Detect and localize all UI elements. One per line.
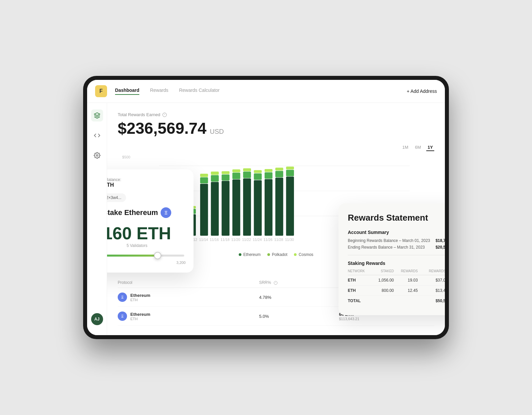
svg-rect-30 [232,173,240,179]
svg-text:11/24: 11/24 [253,238,262,242]
svg-text:11/18: 11/18 [220,238,229,242]
beginning-balance-amount: $18,721.17 [436,238,445,243]
svg-rect-44 [286,177,294,236]
validators-label: 5 Validators [107,243,186,248]
ending-balance-amount: $20,562.65 [436,245,445,250]
sidebar-icon-code[interactable] [91,129,103,141]
staking-row-2: ETH 800.00 12.45 $13,482.30 [348,286,445,296]
svg-rect-37 [254,170,262,173]
svg-text:11/30: 11/30 [285,238,294,242]
protocol-name-2: Ethereum [130,312,150,317]
statement-divider [348,255,445,255]
user-avatar[interactable]: AJ [91,313,103,325]
tab-rewards[interactable]: Rewards [150,88,168,95]
svg-text:11/26: 11/26 [264,238,273,242]
srr-value: 4.78% [259,288,339,307]
protocol-sub: ETH [130,298,150,302]
statement-row-beginning: Beginning Rewards Balance – March 01, 20… [348,238,445,243]
sidebar-icon-settings[interactable] [91,149,103,161]
svg-text:11/20: 11/20 [231,238,240,242]
eth-icon-2: Ξ [118,311,127,321]
sidebar-icon-layers[interactable] [91,109,103,121]
svg-text:11/16: 11/16 [210,238,219,242]
staking-rewards-usd-1: $37,080.35 [418,275,445,286]
staking-col-network: NETWORK [348,269,372,275]
time-filters: 1M 6M 1Y [118,144,434,151]
col-header-protocol: Protocol [118,278,259,288]
svg-text:11/28: 11/28 [274,238,283,242]
svg-rect-28 [222,171,230,174]
slider-fill [107,255,158,257]
staking-total-label: TOTAL [348,296,372,306]
svg-rect-41 [275,178,283,236]
srr-value-2: 5.0% [259,307,339,326]
slider-labels: 32 3,200 [107,261,186,265]
svg-rect-32 [243,178,251,236]
staking-staked-2: 800.00 [372,286,394,296]
staking-table: NETWORK STAKED REWARDS REWARDS $USD ETH … [348,269,445,306]
staking-rewards-usd-2: $13,482.30 [418,286,445,296]
svg-rect-20 [200,184,208,236]
svg-rect-21 [200,177,208,183]
staking-total-usd: $50,562.65 [418,296,445,306]
wallet-address-chip[interactable]: 0z1y2×3w4... [107,193,126,202]
device-frame: F Dashboard Rewards Rewards Calculator +… [83,76,449,339]
svg-rect-42 [275,171,283,177]
svg-rect-24 [211,175,219,181]
legend-cosmos: Cosmos [294,252,313,257]
col-header-srr: SRR% [259,278,339,288]
time-filter-1y[interactable]: 1Y [426,144,434,151]
account-summary-title: Account Summary [348,230,445,235]
staking-network-2: ETH [348,286,372,296]
eth-logo-circle: Ξ [161,207,171,218]
svg-rect-46 [286,166,294,169]
logo-badge: F [95,85,107,97]
svg-rect-43 [275,168,283,171]
top-nav: F Dashboard Rewards Rewards Calculator +… [87,80,445,103]
y-label-1: $500 [122,155,130,159]
slider-wrapper [107,255,186,257]
svg-rect-25 [211,172,219,175]
tab-dashboard[interactable]: Dashboard [115,88,139,95]
stake-title: Stake Ethereum Ξ [107,207,186,218]
eth-big-amount: 160 ETH [107,223,186,243]
staking-network-1: ETH [348,275,372,286]
svg-rect-29 [232,179,240,236]
protocol-sub-2: ETH [130,317,150,321]
staking-col-rewards-usd: REWARDS $USD [418,269,445,275]
ending-balance-label: Ending Rewards Balance – March 31, 2023 [348,245,425,250]
slider-max-label: 3,200 [176,261,186,265]
time-filter-6m[interactable]: 6M [414,144,422,151]
tab-rewards-calculator[interactable]: Rewards Calculator [179,88,219,95]
svg-rect-31 [232,169,240,172]
total-rewards-label: Total Rewards Earned [118,112,434,117]
svg-rect-33 [243,172,251,178]
svg-rect-34 [243,168,251,171]
staking-rewards-1: 19.03 [394,275,418,286]
nav-tabs: Dashboard Rewards Rewards Calculator [115,88,407,95]
add-address-button[interactable]: + Add Address [407,89,437,94]
staking-row-1: ETH 1,056.00 19.03 $37,080.35 [348,275,445,286]
svg-rect-26 [222,181,230,236]
legend-polkadot: Polkadot [267,252,288,257]
svg-rect-36 [254,173,262,180]
available-balance-label: Available Balance: [107,177,186,182]
staking-col-staked: STAKED [372,269,394,275]
slider-track[interactable] [107,255,184,257]
main-layout: AJ Total Rewards Earned $236,569.74 USD [87,103,445,335]
slider-thumb[interactable] [154,252,161,259]
staking-col-rewards: REWARDS [394,269,418,275]
screen: F Dashboard Rewards Rewards Calculator +… [87,80,445,335]
protocol-cell-2: Ξ Ethereum ETH [118,311,259,321]
rewards-statement-title: Rewards Statement [348,213,445,223]
time-filter-1m[interactable]: 1M [401,144,410,151]
svg-rect-45 [286,170,294,176]
svg-marker-0 [94,113,100,115]
available-balance-amount: 3,200 ETH [107,182,186,188]
svg-rect-40 [265,169,273,172]
legend-ethereum: Ethereum [239,252,261,257]
svg-rect-39 [265,172,273,179]
staked-usd-2: $113,643.21 [339,317,434,321]
staking-rewards-title: Staking Rewards [348,261,445,266]
statement-row-ending: Ending Rewards Balance – March 31, 2023 … [348,245,445,250]
